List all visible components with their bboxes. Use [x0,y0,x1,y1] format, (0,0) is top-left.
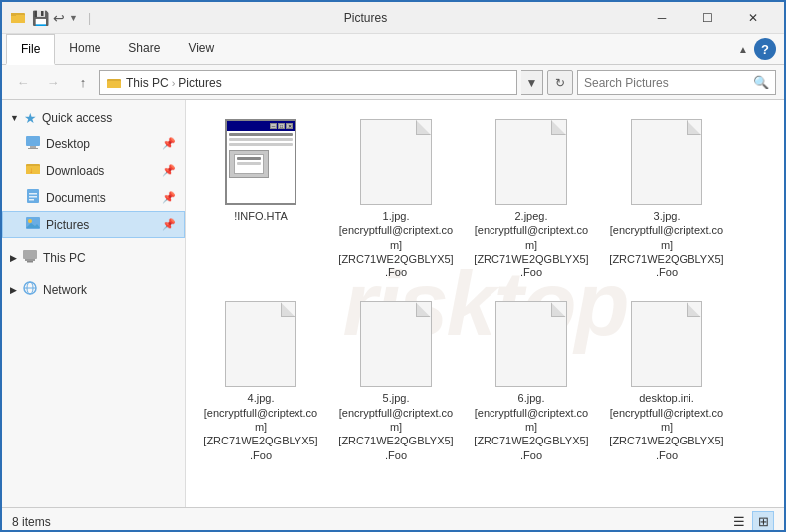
quickaccess-star-icon: ★ [24,110,37,126]
doc-icon [631,119,702,205]
file-item-file2[interactable]: 2.jpeg.[encryptfull@criptext.com][ZRC71W… [467,110,596,286]
ribbon-collapse-icon[interactable]: ▲ [738,44,748,55]
back-button[interactable]: ← [10,70,36,95]
thispc-collapse-icon: ▶ [10,253,17,263]
file-item-file7[interactable]: desktop.ini.[encryptfull@criptext.com][Z… [602,292,731,468]
network-label: Network [43,283,87,297]
network-icon [22,280,38,299]
search-box[interactable]: 🔍 [577,70,776,95]
file-icon-area [360,119,432,205]
svg-rect-19 [25,259,35,261]
path-pictures[interactable]: Pictures [178,76,221,89]
window-title: Pictures [93,11,639,25]
forward-button[interactable]: → [40,70,66,95]
pictures-pin-icon: 📌 [162,218,176,231]
svg-rect-12 [29,193,37,195]
svg-rect-13 [29,196,37,198]
sidebar-network-header[interactable]: ▶ Network [2,276,185,303]
tab-view[interactable]: View [174,34,228,64]
ribbon: File Home Share View ▲ ? [2,34,784,65]
file-icon-area: ─ □ ✕ [225,119,296,205]
window-controls: ─ ☐ ✕ [639,2,776,34]
file-icon-area [225,301,296,387]
file-name: 6.jpg.[encryptfull@criptext.com][ZRC71WE… [474,391,589,461]
tab-share[interactable]: Share [114,34,174,64]
thispc-icon [22,248,38,266]
title-bar: 💾 ↩ ▼ | Pictures ─ ☐ ✕ [2,2,784,34]
address-bar: ← → ↑ This PC › Pictures ▼ ↻ 🔍 [2,65,784,100]
file-name: 1.jpg.[encryptfull@criptext.com][ZRC71WE… [338,209,454,279]
svg-text:↓: ↓ [29,166,33,175]
icon-view-button[interactable]: ⊞ [752,511,774,533]
file-item-file3[interactable]: 3.jpg.[encryptfull@criptext.com][ZRC71WE… [602,110,731,286]
maximize-button[interactable]: ☐ [685,2,730,34]
sidebar-item-downloads[interactable]: ↓ Downloads 📌 [2,157,185,184]
desktop-icon [25,134,41,153]
network-collapse-icon: ▶ [10,285,17,295]
refresh-button[interactable]: ↻ [547,70,573,95]
file-item-file6[interactable]: 6.jpg.[encryptfull@criptext.com][ZRC71WE… [467,292,596,468]
file-name: 2.jpeg.[encryptfull@criptext.com][ZRC71W… [474,209,589,279]
file-area: risktop ─ □ ✕ [186,100,784,507]
documents-pin-icon: 📌 [162,191,176,204]
documents-icon [25,188,41,207]
search-input[interactable] [584,76,753,89]
doc-icon [360,301,432,387]
svg-point-16 [28,219,32,223]
doc-icon [495,301,567,387]
pictures-icon [25,215,41,234]
file-name: 3.jpg.[encryptfull@criptext.com][ZRC71WE… [609,209,724,279]
doc-icon [360,119,432,205]
window-icon [10,10,26,26]
sidebar-quickaccess-header[interactable]: ▼ ★ Quick access [2,106,185,130]
doc-icon [631,301,702,387]
file-name: !INFO.HTA [234,209,288,223]
svg-rect-4 [107,81,121,88]
file-grid: ─ □ ✕ !INFO.HTA [196,110,774,469]
quick-access-toolbar: 💾 ↩ ▼ [32,10,78,26]
quickaccess-label: Quick access [42,111,112,125]
svg-rect-20 [27,261,33,263]
main-layout: ▼ ★ Quick access Desktop 📌 ↓ Downloads 📌… [2,100,784,507]
tab-file[interactable]: File [6,34,55,65]
sidebar-item-pictures-label: Pictures [46,218,89,232]
quickaccess-collapse-icon: ▼ [10,113,19,123]
list-view-button[interactable]: ☰ [728,511,750,533]
address-dropdown-button[interactable]: ▼ [521,70,543,95]
sidebar-item-desktop-label: Desktop [46,137,90,151]
item-count: 8 items [12,515,51,529]
help-button[interactable]: ? [754,38,776,60]
file-item-file4[interactable]: 4.jpg.[encryptfull@criptext.com][ZRC71WE… [196,292,325,468]
up-button[interactable]: ↑ [70,70,96,95]
qat-dropdown-icon[interactable]: ▼ [69,13,78,23]
sidebar-item-desktop[interactable]: Desktop 📌 [2,130,185,157]
file-item-info-hta[interactable]: ─ □ ✕ !INFO.HTA [196,110,325,286]
address-path[interactable]: This PC › Pictures [99,70,517,95]
qat-save-icon[interactable]: 💾 [32,10,49,26]
path-thispc[interactable]: This PC [126,76,169,89]
view-toggle: ☰ ⊞ [728,511,774,533]
ribbon-tabs: File Home Share View ▲ ? [2,34,784,64]
file-item-file5[interactable]: 5.jpg.[encryptfull@criptext.com][ZRC71WE… [331,292,461,468]
close-button[interactable]: ✕ [730,2,776,34]
tab-home[interactable]: Home [55,34,114,64]
sidebar-item-pictures[interactable]: Pictures 📌 [2,211,185,238]
file-icon-area [495,301,567,387]
file-name: desktop.ini.[encryptfull@criptext.com][Z… [609,391,724,461]
svg-rect-18 [23,250,37,259]
file-item-file1[interactable]: 1.jpg.[encryptfull@criptext.com][ZRC71WE… [331,110,461,286]
svg-rect-5 [26,136,40,146]
sidebar: ▼ ★ Quick access Desktop 📌 ↓ Downloads 📌… [2,100,186,507]
sidebar-thispc-header[interactable]: ▶ This PC [2,244,185,270]
svg-rect-6 [30,146,36,148]
address-folder-icon [106,75,122,90]
doc-icon [495,119,567,205]
sidebar-item-documents-label: Documents [46,191,106,205]
qat-undo-icon[interactable]: ↩ [53,10,65,26]
status-bar: 8 items ☰ ⊞ [2,507,784,532]
search-icon: 🔍 [753,75,769,89]
sidebar-item-documents[interactable]: Documents 📌 [2,184,185,211]
minimize-button[interactable]: ─ [639,2,685,34]
file-name: 4.jpg.[encryptfull@criptext.com][ZRC71WE… [203,391,318,461]
svg-rect-2 [11,13,16,16]
